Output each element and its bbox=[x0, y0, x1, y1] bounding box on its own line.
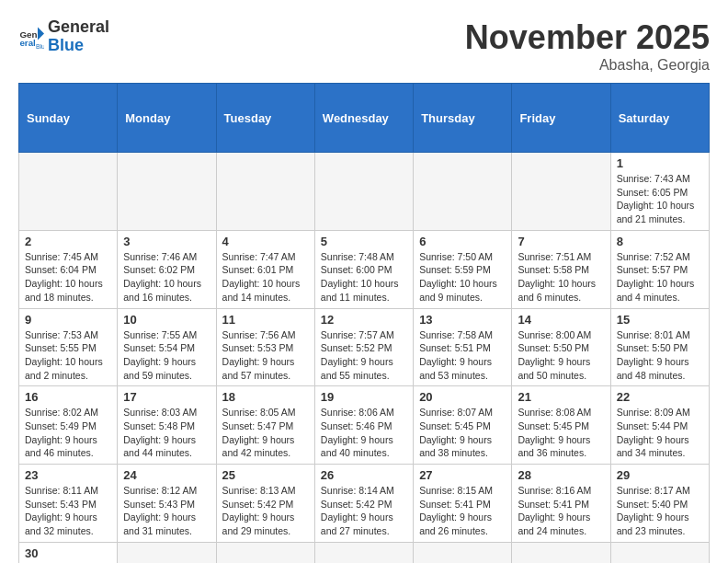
weekday-header: Sunday bbox=[19, 84, 118, 153]
day-info: Sunrise: 8:09 AM Sunset: 5:44 PM Dayligh… bbox=[617, 406, 703, 460]
calendar-day-cell: 29Sunrise: 8:17 AM Sunset: 5:40 PM Dayli… bbox=[610, 465, 709, 543]
day-info: Sunrise: 7:52 AM Sunset: 5:57 PM Dayligh… bbox=[617, 250, 703, 304]
day-info: Sunrise: 8:14 AM Sunset: 5:42 PM Dayligh… bbox=[321, 484, 407, 538]
day-number: 24 bbox=[123, 468, 210, 482]
day-number: 19 bbox=[321, 390, 407, 404]
calendar-day-cell bbox=[314, 542, 413, 563]
svg-text:eral: eral bbox=[19, 38, 36, 48]
calendar-day-cell: 11Sunrise: 7:56 AM Sunset: 5:53 PM Dayli… bbox=[216, 308, 314, 386]
calendar: SundayMondayTuesdayWednesdayThursdayFrid… bbox=[18, 83, 710, 563]
calendar-day-cell bbox=[610, 542, 709, 563]
day-info: Sunrise: 7:45 AM Sunset: 6:04 PM Dayligh… bbox=[25, 250, 111, 304]
calendar-day-cell bbox=[512, 153, 610, 231]
svg-marker-2 bbox=[38, 27, 44, 40]
day-info: Sunrise: 8:08 AM Sunset: 5:45 PM Dayligh… bbox=[518, 406, 604, 460]
day-number: 17 bbox=[123, 390, 210, 404]
weekday-header: Friday bbox=[512, 84, 610, 153]
day-info: Sunrise: 8:03 AM Sunset: 5:48 PM Dayligh… bbox=[123, 406, 210, 460]
day-number: 25 bbox=[222, 468, 309, 482]
day-number: 18 bbox=[222, 390, 309, 404]
day-info: Sunrise: 7:51 AM Sunset: 5:58 PM Dayligh… bbox=[518, 250, 604, 304]
logo-general: General bbox=[48, 18, 109, 37]
day-number: 7 bbox=[518, 235, 604, 248]
calendar-day-cell: 28Sunrise: 8:16 AM Sunset: 5:41 PM Dayli… bbox=[512, 465, 610, 543]
day-info: Sunrise: 7:48 AM Sunset: 6:00 PM Dayligh… bbox=[321, 250, 407, 304]
calendar-day-cell: 4Sunrise: 7:47 AM Sunset: 6:01 PM Daylig… bbox=[216, 230, 314, 308]
calendar-day-cell: 22Sunrise: 8:09 AM Sunset: 5:44 PM Dayli… bbox=[610, 386, 709, 465]
calendar-week-row: 23Sunrise: 8:11 AM Sunset: 5:43 PM Dayli… bbox=[19, 465, 710, 543]
calendar-day-cell: 23Sunrise: 8:11 AM Sunset: 5:43 PM Dayli… bbox=[19, 465, 118, 543]
calendar-day-cell: 2Sunrise: 7:45 AM Sunset: 6:04 PM Daylig… bbox=[19, 230, 118, 308]
day-info: Sunrise: 8:15 AM Sunset: 5:41 PM Dayligh… bbox=[419, 484, 506, 538]
calendar-day-cell bbox=[216, 542, 314, 563]
calendar-day-cell: 6Sunrise: 7:50 AM Sunset: 5:59 PM Daylig… bbox=[414, 230, 512, 308]
day-info: Sunrise: 7:43 AM Sunset: 6:05 PM Dayligh… bbox=[617, 172, 703, 226]
calendar-day-cell bbox=[512, 542, 610, 563]
calendar-day-cell: 25Sunrise: 8:13 AM Sunset: 5:42 PM Dayli… bbox=[216, 465, 314, 543]
day-number: 1 bbox=[617, 156, 703, 170]
day-number: 2 bbox=[25, 235, 111, 248]
calendar-day-cell: 9Sunrise: 7:53 AM Sunset: 5:55 PM Daylig… bbox=[19, 308, 118, 386]
day-info: Sunrise: 7:50 AM Sunset: 5:59 PM Dayligh… bbox=[419, 250, 506, 304]
day-info: Sunrise: 7:58 AM Sunset: 5:51 PM Dayligh… bbox=[419, 328, 506, 383]
day-number: 8 bbox=[617, 235, 703, 248]
day-number: 9 bbox=[25, 313, 111, 327]
day-info: Sunrise: 8:06 AM Sunset: 5:46 PM Dayligh… bbox=[321, 406, 407, 460]
calendar-day-cell: 8Sunrise: 7:52 AM Sunset: 5:57 PM Daylig… bbox=[610, 230, 709, 308]
day-info: Sunrise: 7:56 AM Sunset: 5:53 PM Dayligh… bbox=[222, 328, 309, 383]
day-info: Sunrise: 8:07 AM Sunset: 5:45 PM Dayligh… bbox=[419, 406, 506, 460]
day-number: 26 bbox=[321, 468, 407, 482]
svg-text:Blue: Blue bbox=[36, 42, 44, 49]
calendar-day-cell: 26Sunrise: 8:14 AM Sunset: 5:42 PM Dayli… bbox=[314, 465, 413, 543]
calendar-week-row: 30Sunrise: 8:18 AM Sunset: 5:40 PM Dayli… bbox=[19, 542, 710, 563]
calendar-day-cell: 10Sunrise: 7:55 AM Sunset: 5:54 PM Dayli… bbox=[118, 308, 216, 386]
day-info: Sunrise: 8:12 AM Sunset: 5:43 PM Dayligh… bbox=[123, 484, 210, 538]
day-number: 21 bbox=[518, 390, 604, 404]
day-number: 20 bbox=[419, 390, 506, 404]
day-info: Sunrise: 8:00 AM Sunset: 5:50 PM Dayligh… bbox=[518, 328, 604, 383]
calendar-day-cell: 12Sunrise: 7:57 AM Sunset: 5:52 PM Dayli… bbox=[314, 308, 413, 386]
calendar-day-cell bbox=[19, 153, 118, 231]
calendar-day-cell: 13Sunrise: 7:58 AM Sunset: 5:51 PM Dayli… bbox=[414, 308, 512, 386]
day-info: Sunrise: 7:53 AM Sunset: 5:55 PM Dayligh… bbox=[25, 328, 111, 383]
day-info: Sunrise: 8:11 AM Sunset: 5:43 PM Dayligh… bbox=[25, 484, 111, 538]
calendar-day-cell: 27Sunrise: 8:15 AM Sunset: 5:41 PM Dayli… bbox=[414, 465, 512, 543]
day-info: Sunrise: 8:17 AM Sunset: 5:40 PM Dayligh… bbox=[617, 484, 703, 538]
calendar-day-cell: 14Sunrise: 8:00 AM Sunset: 5:50 PM Dayli… bbox=[512, 308, 610, 386]
day-info: Sunrise: 7:46 AM Sunset: 6:02 PM Dayligh… bbox=[123, 250, 210, 304]
day-number: 10 bbox=[123, 313, 210, 327]
weekday-header: Thursday bbox=[414, 84, 512, 153]
day-info: Sunrise: 7:47 AM Sunset: 6:01 PM Dayligh… bbox=[222, 250, 309, 304]
day-number: 4 bbox=[222, 235, 309, 248]
day-number: 30 bbox=[25, 546, 111, 560]
calendar-day-cell: 30Sunrise: 8:18 AM Sunset: 5:40 PM Dayli… bbox=[19, 542, 118, 563]
day-info: Sunrise: 8:02 AM Sunset: 5:49 PM Dayligh… bbox=[25, 406, 111, 460]
calendar-day-cell: 17Sunrise: 8:03 AM Sunset: 5:48 PM Dayli… bbox=[118, 386, 216, 465]
calendar-day-cell: 15Sunrise: 8:01 AM Sunset: 5:50 PM Dayli… bbox=[610, 308, 709, 386]
weekday-header: Saturday bbox=[610, 84, 709, 153]
day-number: 22 bbox=[617, 390, 703, 404]
calendar-week-row: 9Sunrise: 7:53 AM Sunset: 5:55 PM Daylig… bbox=[19, 308, 710, 386]
weekday-header: Monday bbox=[118, 84, 216, 153]
calendar-day-cell: 1Sunrise: 7:43 AM Sunset: 6:05 PM Daylig… bbox=[610, 153, 709, 231]
day-number: 29 bbox=[617, 468, 703, 482]
month-title: November 2025 bbox=[465, 18, 710, 57]
day-number: 5 bbox=[321, 235, 407, 248]
header: Gen eral Blue General Blue November 2025… bbox=[18, 18, 710, 74]
calendar-day-cell: 19Sunrise: 8:06 AM Sunset: 5:46 PM Dayli… bbox=[314, 386, 413, 465]
day-number: 3 bbox=[123, 235, 210, 248]
calendar-day-cell bbox=[314, 153, 413, 231]
day-number: 11 bbox=[222, 313, 309, 327]
calendar-day-cell bbox=[414, 542, 512, 563]
calendar-day-cell: 21Sunrise: 8:08 AM Sunset: 5:45 PM Dayli… bbox=[512, 386, 610, 465]
calendar-day-cell: 5Sunrise: 7:48 AM Sunset: 6:00 PM Daylig… bbox=[314, 230, 413, 308]
day-number: 13 bbox=[419, 313, 506, 327]
calendar-day-cell bbox=[118, 153, 216, 231]
day-info: Sunrise: 8:13 AM Sunset: 5:42 PM Dayligh… bbox=[222, 484, 309, 538]
calendar-week-row: 1Sunrise: 7:43 AM Sunset: 6:05 PM Daylig… bbox=[19, 153, 710, 231]
logo-icon: Gen eral Blue bbox=[18, 24, 44, 50]
day-number: 28 bbox=[518, 468, 604, 482]
calendar-week-row: 2Sunrise: 7:45 AM Sunset: 6:04 PM Daylig… bbox=[19, 230, 710, 308]
calendar-day-cell: 3Sunrise: 7:46 AM Sunset: 6:02 PM Daylig… bbox=[118, 230, 216, 308]
location-title: Abasha, Georgia bbox=[465, 57, 710, 74]
